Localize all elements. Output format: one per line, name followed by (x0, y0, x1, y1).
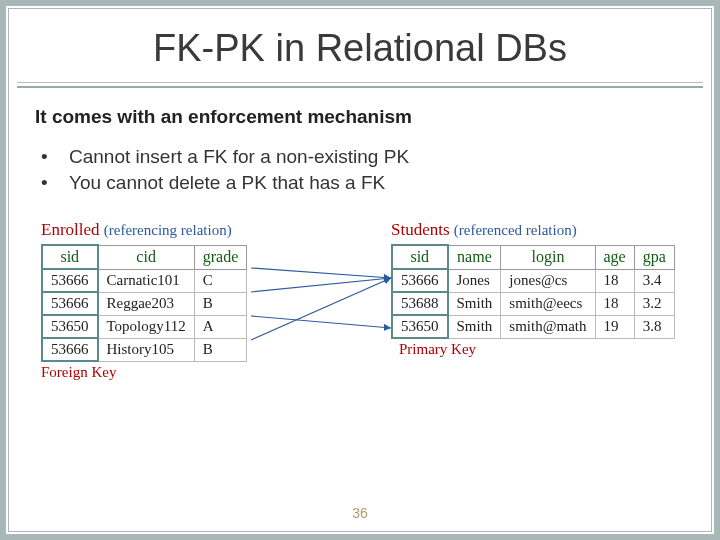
table-row: 53666History105B (42, 338, 247, 361)
table-row: 53666Carnatic101C (42, 269, 247, 292)
col-header: cid (98, 245, 195, 269)
enrolled-paren: (referencing relation) (104, 222, 232, 238)
list-item: •You cannot delete a PK that has a FK (41, 172, 685, 194)
col-header: name (448, 245, 501, 269)
students-sublabel: Primary Key (399, 341, 675, 358)
table-row: 53666Reggae203B (42, 292, 247, 315)
svg-line-2 (251, 316, 391, 328)
table-row: 53666Jonesjones@cs183.4 (392, 269, 674, 292)
students-paren: (referenced relation) (454, 222, 577, 238)
fk-arrows (241, 248, 401, 388)
students-name: Students (391, 220, 450, 239)
svg-line-3 (251, 278, 391, 340)
table-row: 53650Smithsmith@math193.8 (392, 315, 674, 338)
enrolled-name: Enrolled (41, 220, 100, 239)
students-table: sid name login age gpa 53666Jonesjones@c… (391, 244, 675, 339)
lead-bold: It comes with an enforcement mechanism (35, 106, 412, 127)
content-area: It comes with an enforcement mechanism •… (9, 88, 711, 440)
slide-inner: FK-PK in Relational DBs It comes with an… (8, 8, 712, 532)
col-header: sid (42, 245, 98, 269)
divider-thin (17, 82, 703, 83)
bullet-text: You cannot delete a PK that has a FK (69, 172, 385, 193)
enrolled-table: sid cid grade 53666Carnatic101C 53666Reg… (41, 244, 247, 362)
slide-frame: FK-PK in Relational DBs It comes with an… (0, 0, 720, 540)
col-header: age (595, 245, 634, 269)
diagram-area: Enrolled (referencing relation) sid cid … (41, 220, 679, 440)
students-block: Students (referenced relation) sid name … (391, 220, 675, 358)
table-row: 53688Smithsmith@eecs183.2 (392, 292, 674, 315)
page-number: 36 (9, 505, 711, 521)
bullet-list: •Cannot insert a FK for a non-existing P… (35, 146, 685, 194)
table-row: 53650Topology112A (42, 315, 247, 338)
students-label: Students (referenced relation) (391, 220, 675, 240)
enrolled-label: Enrolled (referencing relation) (41, 220, 247, 240)
enrolled-block: Enrolled (referencing relation) sid cid … (41, 220, 247, 381)
col-header: sid (392, 245, 448, 269)
col-header: login (501, 245, 595, 269)
lead-text: It comes with an enforcement mechanism (35, 106, 685, 128)
slide-title: FK-PK in Relational DBs (9, 9, 711, 82)
svg-line-1 (251, 278, 391, 292)
col-header: grade (194, 245, 247, 269)
table-row: sid name login age gpa (392, 245, 674, 269)
table-row: sid cid grade (42, 245, 247, 269)
col-header: gpa (634, 245, 674, 269)
bullet-text: Cannot insert a FK for a non-existing PK (69, 146, 409, 167)
svg-line-0 (251, 268, 391, 278)
enrolled-sublabel: Foreign Key (41, 364, 247, 381)
list-item: •Cannot insert a FK for a non-existing P… (41, 146, 685, 168)
